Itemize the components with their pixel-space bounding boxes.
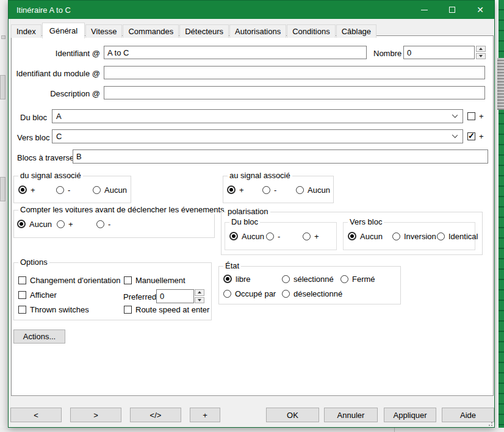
radio-polar-vers-identical[interactable]: Identical	[437, 232, 478, 240]
nombre-spin-down-button[interactable]	[476, 53, 486, 59]
radio-polar-vers-inversion[interactable]: Inversion	[392, 232, 436, 240]
checkbox-manuellement[interactable]: Manuellement	[124, 276, 185, 284]
maximize-button[interactable]	[438, 1, 466, 19]
radio-selected-icon	[223, 275, 232, 283]
preferred-spin-up-button[interactable]	[195, 289, 204, 296]
help-button[interactable]: Aide	[442, 408, 494, 422]
tab-commandes[interactable]: Commandes	[123, 24, 179, 38]
radio-label: Fermé	[352, 275, 375, 284]
description-input[interactable]	[104, 86, 485, 99]
chevron-down-icon	[452, 112, 458, 118]
radio-icon	[282, 275, 290, 283]
nav-code-button[interactable]: </>	[130, 408, 181, 422]
checkbox-icon	[18, 291, 26, 299]
radio-polar-du-plus[interactable]: +	[303, 232, 319, 240]
nombre-label: Nombre	[373, 49, 401, 58]
cancel-button[interactable]: Annuler	[324, 408, 378, 422]
radio-icon	[223, 290, 231, 298]
close-button[interactable]: ✕	[466, 1, 494, 19]
tab-vitesse[interactable]: Vitesse	[85, 24, 122, 38]
background-divider	[394, 428, 395, 432]
ok-button[interactable]: OK	[266, 408, 319, 422]
radio-au-signal-minus[interactable]: -	[262, 185, 276, 194]
vers-bloc-combobox[interactable]: C	[52, 129, 463, 143]
nombre-spin-up-button[interactable]	[476, 46, 486, 52]
nav-add-button[interactable]: +	[190, 408, 220, 422]
radio-du-signal-minus[interactable]: -	[56, 185, 70, 194]
actions-button[interactable]: Actions...	[13, 329, 65, 344]
radio-du-signal-aucun[interactable]: Aucun	[93, 185, 127, 194]
tab-general[interactable]: Général	[42, 23, 85, 38]
description-label: Description @	[11, 89, 100, 98]
background-scrollbar-strip	[497, 58, 504, 110]
radio-label: -	[68, 185, 70, 195]
tab-detecteurs[interactable]: Détecteurs	[179, 24, 229, 38]
radio-etat-deselectionne[interactable]: déselectionné	[282, 289, 342, 298]
du-signal-title: du signal associé	[18, 171, 83, 180]
vers-bloc-plus-label: +	[479, 132, 484, 141]
nav-previous-button[interactable]: <	[10, 408, 62, 422]
tab-index[interactable]: Index	[11, 24, 41, 38]
maximize-icon	[449, 7, 455, 13]
radio-etat-occupe-par[interactable]: Occupé par	[223, 289, 276, 298]
radio-compter-plus[interactable]: +	[57, 220, 73, 228]
apply-button[interactable]: Appliquer	[384, 408, 436, 422]
radio-polar-vers-aucun[interactable]: Aucun	[348, 232, 383, 240]
radio-label: Identical	[448, 232, 478, 241]
minimize-button[interactable]	[410, 1, 438, 19]
blocs-traverser-input[interactable]	[73, 149, 488, 164]
tab-conditions[interactable]: Conditions	[287, 24, 335, 38]
caption-buttons: ✕	[410, 1, 494, 19]
resize-grip-icon[interactable]	[488, 421, 492, 426]
chevron-down-icon	[452, 132, 458, 138]
checkbox-route-speed[interactable]: Route speed at enter	[124, 305, 209, 314]
radio-icon	[93, 186, 101, 194]
radio-etat-libre[interactable]: libre	[223, 275, 251, 283]
radio-etat-ferme[interactable]: Fermé	[340, 275, 375, 283]
minimize-icon	[421, 10, 428, 10]
tab-cablage[interactable]: Câblage	[336, 24, 376, 38]
tab-autorisations[interactable]: Autorisations	[229, 24, 286, 38]
radio-polar-du-minus[interactable]: -	[266, 232, 280, 240]
vers-bloc-label: Vers bloc	[17, 133, 49, 142]
radio-au-signal-plus[interactable]: +	[227, 185, 244, 194]
radio-selected-icon	[18, 185, 27, 194]
du-bloc-label: Du bloc	[20, 113, 47, 122]
nav-next-button[interactable]: >	[70, 408, 121, 422]
nombre-input[interactable]	[403, 46, 475, 59]
module-input[interactable]	[104, 66, 485, 79]
du-bloc-plus-checkbox[interactable]: +	[467, 112, 484, 120]
radio-polar-du-aucun[interactable]: Aucun	[229, 232, 264, 240]
background-app-bottom	[0, 428, 504, 432]
checkbox-changement-orientation[interactable]: Changement d'orientation	[18, 276, 120, 284]
radio-compter-minus[interactable]: -	[96, 220, 110, 228]
etat-title: État	[223, 261, 241, 270]
checkbox-label: Afficher	[30, 290, 57, 300]
preferred-input[interactable]	[156, 289, 194, 303]
spin-down-icon	[479, 55, 483, 57]
radio-compter-aucun[interactable]: Aucun	[17, 220, 52, 228]
radio-au-signal-aucun[interactable]: Aucun	[296, 185, 330, 194]
background-fragment	[0, 75, 5, 99]
radio-icon	[56, 186, 64, 194]
checkbox-icon	[467, 112, 475, 120]
au-signal-title: au signal associé	[228, 171, 292, 180]
checkbox-afficher[interactable]: Afficher	[18, 290, 57, 299]
du-bloc-combobox[interactable]: A	[52, 109, 463, 123]
polarisation-title: polarisation	[226, 207, 270, 216]
radio-etat-selectionne[interactable]: sélectionné	[282, 275, 334, 283]
radio-du-signal-plus[interactable]: +	[18, 185, 35, 194]
checkbox-checked-icon	[467, 132, 475, 140]
checkbox-label: Thrown switches	[30, 305, 89, 314]
vers-bloc-plus-checkbox[interactable]: +	[467, 132, 484, 140]
titlebar[interactable]: Itinéraire A to C ✕	[9, 1, 494, 19]
preferred-spin-down-button[interactable]	[195, 297, 204, 304]
checkbox-thrown-switches[interactable]: Thrown switches	[18, 305, 89, 314]
radio-selected-icon	[348, 232, 356, 240]
radio-icon	[303, 232, 311, 240]
identifiant-input[interactable]	[104, 46, 367, 59]
radio-label: +	[31, 185, 35, 195]
du-bloc-value: A	[56, 112, 62, 121]
radio-label: +	[239, 185, 244, 195]
du-bloc-plus-label: +	[479, 112, 484, 121]
